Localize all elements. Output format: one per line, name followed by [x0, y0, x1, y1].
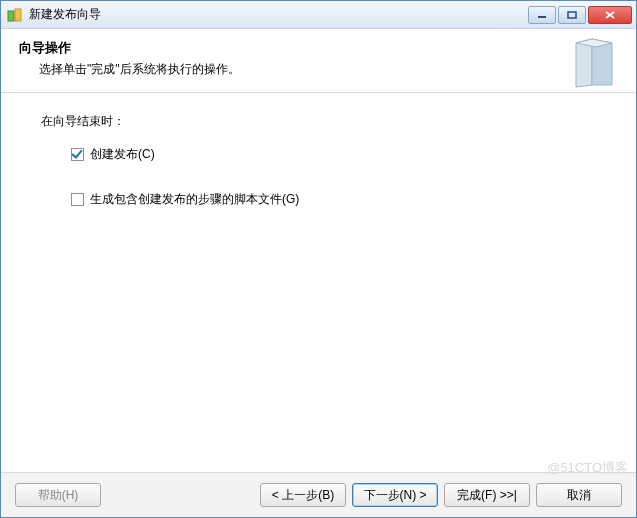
wizard-header: 向导操作 选择单击"完成"后系统将执行的操作。	[1, 29, 636, 93]
app-icon	[7, 7, 23, 23]
option-create-publication[interactable]: 创建发布(C)	[71, 146, 596, 163]
page-subtitle: 选择单击"完成"后系统将执行的操作。	[39, 61, 618, 78]
wizard-content: 在向导结束时： 创建发布(C) 生成包含创建发布的步骤的脚本文件(G)	[1, 93, 636, 472]
option-label: 创建发布(C)	[90, 146, 155, 163]
next-button[interactable]: 下一步(N) >	[352, 483, 438, 507]
prompt-text: 在向导结束时：	[41, 113, 596, 130]
titlebar[interactable]: 新建发布向导	[1, 1, 636, 29]
cancel-button[interactable]: 取消	[536, 483, 622, 507]
svg-rect-1	[15, 9, 21, 21]
window-controls	[528, 6, 632, 24]
window-title: 新建发布向导	[29, 6, 528, 23]
wizard-footer: 帮助(H) < 上一步(B) 下一步(N) > 完成(F) >>| 取消	[1, 472, 636, 517]
help-button[interactable]: 帮助(H)	[15, 483, 101, 507]
svg-rect-3	[568, 12, 576, 18]
back-button[interactable]: < 上一步(B)	[260, 483, 346, 507]
page-title: 向导操作	[19, 39, 618, 57]
close-button[interactable]	[588, 6, 632, 24]
checkbox-icon[interactable]	[71, 193, 84, 206]
checkbox-icon[interactable]	[71, 148, 84, 161]
minimize-button[interactable]	[528, 6, 556, 24]
svg-rect-0	[8, 11, 14, 21]
option-label: 生成包含创建发布的步骤的脚本文件(G)	[90, 191, 299, 208]
wizard-graphic-icon	[568, 35, 624, 91]
maximize-button[interactable]	[558, 6, 586, 24]
option-generate-script[interactable]: 生成包含创建发布的步骤的脚本文件(G)	[71, 191, 596, 208]
wizard-window: 新建发布向导 向导操作 选择单击"完成"后系统将执行的操作。 在向导结束时：	[0, 0, 637, 518]
finish-button[interactable]: 完成(F) >>|	[444, 483, 530, 507]
